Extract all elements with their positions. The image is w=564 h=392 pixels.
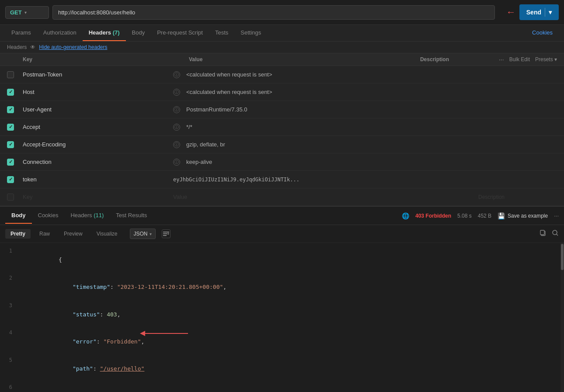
resp-tab-test-results[interactable]: Test Results: [110, 208, 153, 224]
table-row: Accept-Encoding ⓘ gzip, deflate, br: [0, 136, 564, 153]
more-options-icon[interactable]: ···: [554, 212, 559, 219]
response-section: Body Cookies Headers (11) Test Results 🌐…: [0, 206, 564, 392]
row7-checkbox-wrap: [7, 176, 23, 183]
row1-info-icon[interactable]: ⓘ: [173, 71, 180, 78]
row1-checkbox[interactable]: [7, 71, 14, 78]
line-number: 6: [0, 383, 17, 392]
scrollbar-thumb[interactable]: [561, 244, 564, 270]
format-tab-pretty[interactable]: Pretty: [5, 229, 31, 239]
request-tabs: Params Authorization Headers (7) Body Pr…: [0, 25, 564, 42]
url-bar: GET ▾ ← Send ▾: [0, 0, 564, 25]
save-icon: 💾: [498, 212, 505, 219]
col-key-header: Key: [23, 56, 189, 62]
empty-desc[interactable]: Description: [478, 194, 557, 200]
url-red-arrow: ←: [506, 7, 516, 18]
json-body: 1 { 2 "timestamp": "2023-12-11T14:20:21.…: [0, 243, 564, 392]
line-number: 4: [0, 328, 17, 337]
row3-checkbox[interactable]: [7, 106, 14, 113]
empty-checkbox[interactable]: [7, 194, 14, 201]
search-icon[interactable]: [552, 229, 559, 238]
bulk-edit-button[interactable]: Bulk Edit: [509, 56, 530, 62]
app-container: GET ▾ ← Send ▾ Params Authorization Head…: [0, 0, 564, 392]
empty-value[interactable]: Value: [173, 194, 478, 200]
json-line-5: 5 "path": "/user/hello": [0, 356, 564, 383]
row4-checkbox-wrap: [7, 124, 23, 131]
row2-info-icon[interactable]: ⓘ: [173, 89, 180, 96]
format-tab-raw[interactable]: Raw: [34, 229, 55, 239]
row3-info-icon[interactable]: ⓘ: [173, 106, 180, 113]
resp-headers-badge: (11): [94, 212, 104, 219]
headers-badge: (7): [113, 29, 120, 36]
tab-pre-request[interactable]: Pre-request Script: [151, 25, 209, 41]
row4-info-icon[interactable]: ⓘ: [173, 124, 180, 131]
line-content: "error": "Forbidden",: [17, 328, 564, 355]
table-row: token eyJhbGciOiJIUzI1NiJ9.eyJqdGkiOiJJN…: [0, 171, 564, 188]
resp-tab-body[interactable]: Body: [5, 208, 32, 224]
row4-key: Accept: [23, 124, 173, 130]
format-select[interactable]: JSON ▾: [130, 229, 156, 239]
col-actions: ··· Bulk Edit Presets ▾: [499, 56, 557, 63]
save-example-button[interactable]: 💾 Save as example: [498, 212, 548, 219]
hide-auto-headers-link[interactable]: Hide auto-generated headers: [39, 44, 107, 50]
send-divider: [545, 8, 545, 17]
send-button[interactable]: Send ▾: [519, 4, 559, 20]
url-input-wrapper: ←: [52, 5, 495, 20]
response-meta: 🌐 403 Forbidden 5.08 s 452 B 💾 Save as e…: [402, 212, 559, 219]
row6-checkbox[interactable]: [7, 159, 14, 166]
method-dropdown-icon: ▾: [24, 10, 27, 15]
json-line-1: 1 {: [0, 246, 564, 274]
wrap-icon[interactable]: [162, 229, 171, 238]
table-row: Postman-Token ⓘ <calculated when request…: [0, 66, 564, 83]
row2-checkbox[interactable]: [7, 89, 14, 96]
tab-settings[interactable]: Settings: [234, 25, 267, 41]
row3-value: ⓘ PostmanRuntime/7.35.0: [173, 106, 478, 113]
resp-tab-headers[interactable]: Headers (11): [64, 208, 110, 224]
tab-authorization[interactable]: Authorization: [37, 25, 83, 41]
wrap-lines-icon: [163, 232, 169, 236]
line-content: "status": 403,: [17, 301, 564, 328]
resp-tab-cookies[interactable]: Cookies: [32, 208, 65, 224]
row4-checkbox[interactable]: [7, 124, 14, 131]
copy-icon[interactable]: [540, 229, 547, 238]
tab-body[interactable]: Body: [126, 25, 151, 41]
json-line-6: 6 }: [0, 383, 564, 392]
method-select[interactable]: GET ▾: [5, 6, 49, 19]
format-tab-visualize[interactable]: Visualize: [91, 229, 123, 239]
row5-info-icon[interactable]: ⓘ: [173, 141, 180, 148]
row1-value: ⓘ <calculated when request is sent>: [173, 71, 478, 78]
row7-checkbox[interactable]: [7, 176, 14, 183]
more-dots-icon[interactable]: ···: [499, 56, 504, 63]
table-row: User-Agent ⓘ PostmanRuntime/7.35.0: [0, 101, 564, 118]
method-label: GET: [10, 9, 22, 16]
tab-tests[interactable]: Tests: [209, 25, 234, 41]
line-number: 1: [0, 246, 17, 255]
line-number: 3: [0, 301, 17, 310]
svg-line-6: [557, 234, 558, 236]
row2-value: ⓘ <calculated when request is sent>: [173, 89, 478, 96]
format-select-label: JSON: [134, 231, 148, 237]
svg-rect-1: [163, 233, 167, 234]
row5-key: Accept-Encoding: [23, 141, 173, 148]
svg-rect-4: [540, 230, 544, 235]
tab-headers[interactable]: Headers (7): [83, 25, 126, 41]
row5-checkbox[interactable]: [7, 141, 14, 148]
url-input[interactable]: [52, 5, 495, 20]
globe-icon: 🌐: [402, 212, 409, 219]
row7-key: token: [23, 176, 173, 183]
json-body-wrapper[interactable]: 1 { 2 "timestamp": "2023-12-11T14:20:21.…: [0, 243, 564, 392]
empty-key[interactable]: Key: [23, 194, 173, 200]
row5-checkbox-wrap: [7, 141, 23, 148]
col-value-header: Value: [189, 56, 420, 62]
tab-cookies[interactable]: Cookies: [526, 25, 559, 41]
line-content: }: [17, 383, 564, 392]
table-column-headers: Key Value Description ··· Bulk Edit Pres…: [0, 53, 564, 66]
format-tab-preview[interactable]: Preview: [59, 229, 88, 239]
scrollbar-track[interactable]: [561, 243, 564, 392]
presets-button[interactable]: Presets ▾: [535, 56, 557, 62]
line-content: "path": "/user/hello": [17, 356, 564, 383]
tab-params[interactable]: Params: [5, 25, 37, 41]
headers-table: Postman-Token ⓘ <calculated when request…: [0, 66, 564, 206]
time-badge: 5.08 s: [457, 213, 472, 219]
line-content: {: [17, 246, 564, 274]
row6-info-icon[interactable]: ⓘ: [173, 159, 180, 166]
